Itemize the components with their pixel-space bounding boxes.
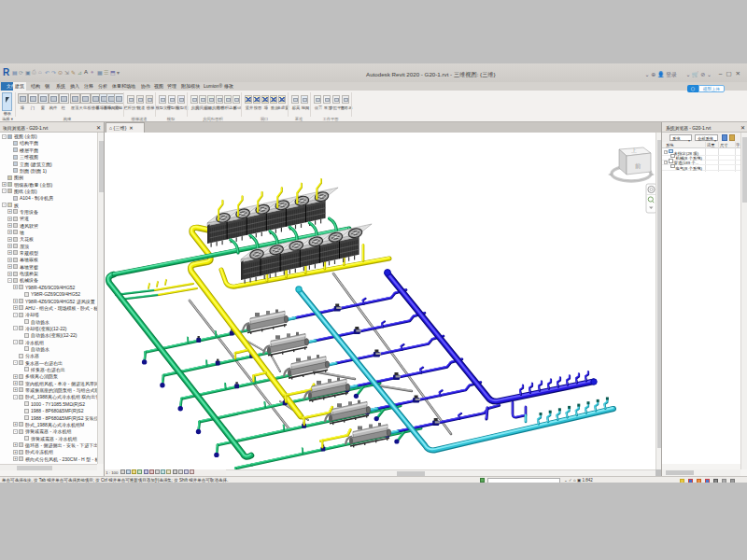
svg-text:前: 前 (635, 162, 641, 169)
svg-text:上: 上 (631, 147, 637, 153)
